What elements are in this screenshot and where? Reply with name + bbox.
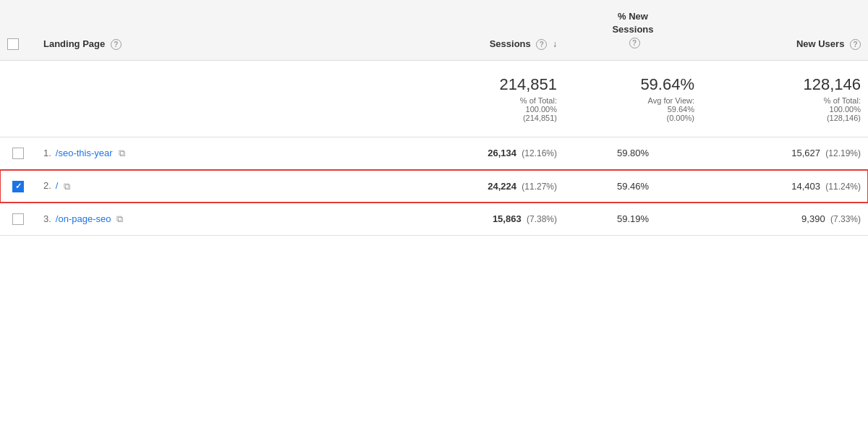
- copy-icon[interactable]: ⧉: [116, 213, 123, 225]
- row-sessions-pct: (7.38%): [524, 214, 557, 224]
- row-sessions-cell: 26,134 (12.16%): [420, 137, 564, 170]
- header-landing-page-label: Landing Page: [43, 38, 105, 49]
- landing-page-link[interactable]: /: [56, 180, 59, 191]
- summary-new-users-cell: 128,146 % of Total: 100.00% (128,146): [702, 60, 868, 137]
- row-sessions-pct: (12.16%): [519, 148, 557, 158]
- row-check-cell: [0, 170, 36, 203]
- summary-new-sessions-value: 59.64%: [571, 75, 694, 94]
- header-checkbox-cell: [0, 0, 36, 60]
- landing-page-link[interactable]: /on-page-seo: [56, 213, 111, 224]
- row-new-users-value: 15,627: [791, 148, 820, 158]
- row-sessions-cell: 24,224 (11.27%): [420, 170, 564, 203]
- row-checkbox[interactable]: [12, 181, 24, 192]
- row-new-sessions-cell: 59.19%: [564, 203, 702, 236]
- summary-check-cell: [0, 60, 36, 137]
- analytics-table: Landing Page ? Sessions ? ↓ % NewSession…: [0, 0, 868, 434]
- row-new-users-cell: 9,390 (7.33%): [702, 203, 868, 236]
- row-new-users-pct: (12.19%): [823, 148, 861, 158]
- summary-new-users-value: 128,146: [709, 75, 861, 94]
- row-number: 2.: [43, 180, 51, 191]
- header-landing-page: Landing Page ?: [36, 0, 420, 60]
- row-landing-cell: 3./on-page-seo⧉: [36, 203, 420, 236]
- header-new-sessions-label: % NewSessions: [612, 11, 653, 35]
- new-users-help-icon[interactable]: ?: [850, 39, 861, 50]
- row-checkbox[interactable]: [12, 148, 24, 159]
- table-row: 1./seo-this-year⧉26,134 (12.16%)59.80%15…: [0, 137, 868, 170]
- summary-sessions-sub: % of Total: 100.00% (214,851): [427, 96, 557, 122]
- row-new-users-cell: 15,627 (12.19%): [702, 137, 868, 170]
- row-new-sessions-cell: 59.80%: [564, 137, 702, 170]
- row-check-cell: [0, 203, 36, 236]
- row-landing-cell: 1./seo-this-year⧉: [36, 137, 420, 170]
- row-new-users-pct: (11.24%): [823, 182, 861, 192]
- row-new-users-value: 14,403: [791, 181, 820, 192]
- row-sessions-value: 26,134: [488, 148, 516, 158]
- header-new-users-label: New Users: [796, 38, 844, 49]
- row-number: 3.: [43, 213, 51, 224]
- copy-icon[interactable]: ⧉: [64, 181, 70, 192]
- landing-page-link[interactable]: /seo-this-year: [56, 148, 113, 158]
- row-sessions-value: 24,224: [488, 181, 516, 192]
- summary-new-sessions-cell: 59.64% Avg for View: 59.64% (0.00%): [564, 60, 702, 137]
- row-number: 1.: [43, 148, 51, 158]
- row-sessions-pct: (11.27%): [519, 182, 557, 192]
- sessions-help-icon[interactable]: ?: [536, 39, 547, 50]
- summary-landing-cell: [36, 60, 420, 137]
- header-sessions-label: Sessions: [490, 38, 531, 49]
- copy-icon[interactable]: ⧉: [119, 148, 125, 159]
- row-sessions-cell: 15,863 (7.38%): [420, 203, 564, 236]
- row-new-sessions-cell: 59.46%: [564, 170, 702, 203]
- summary-sessions-value: 214,851: [427, 75, 557, 94]
- row-new-users-cell: 14,403 (11.24%): [702, 170, 868, 203]
- sessions-sort-icon[interactable]: ↓: [553, 39, 557, 49]
- new-sessions-help-icon[interactable]: ?: [629, 38, 640, 48]
- row-check-cell: [0, 137, 36, 170]
- table-row: 2./⧉24,224 (11.27%)59.46%14,403 (11.24%): [0, 170, 868, 203]
- row-new-users-pct: (7.33%): [828, 214, 861, 224]
- summary-new-sessions-sub: Avg for View: 59.64% (0.00%): [571, 96, 694, 122]
- summary-sessions-cell: 214,851 % of Total: 100.00% (214,851): [420, 60, 564, 137]
- table-row: 3./on-page-seo⧉15,863 (7.38%)59.19%9,390…: [0, 203, 868, 236]
- header-sessions: Sessions ? ↓: [420, 0, 564, 60]
- summary-new-users-sub: % of Total: 100.00% (128,146): [709, 96, 861, 122]
- header-new-sessions: % NewSessions ?: [564, 0, 702, 60]
- row-landing-cell: 2./⧉: [36, 170, 420, 203]
- header-new-users: New Users ?: [702, 0, 868, 60]
- landing-page-help-icon[interactable]: ?: [111, 39, 122, 50]
- row-new-users-value: 9,390: [801, 213, 825, 224]
- summary-row: 214,851 % of Total: 100.00% (214,851) 59…: [0, 60, 868, 137]
- header-checkbox[interactable]: [7, 38, 19, 50]
- row-sessions-value: 15,863: [493, 213, 522, 224]
- row-checkbox[interactable]: [12, 213, 24, 225]
